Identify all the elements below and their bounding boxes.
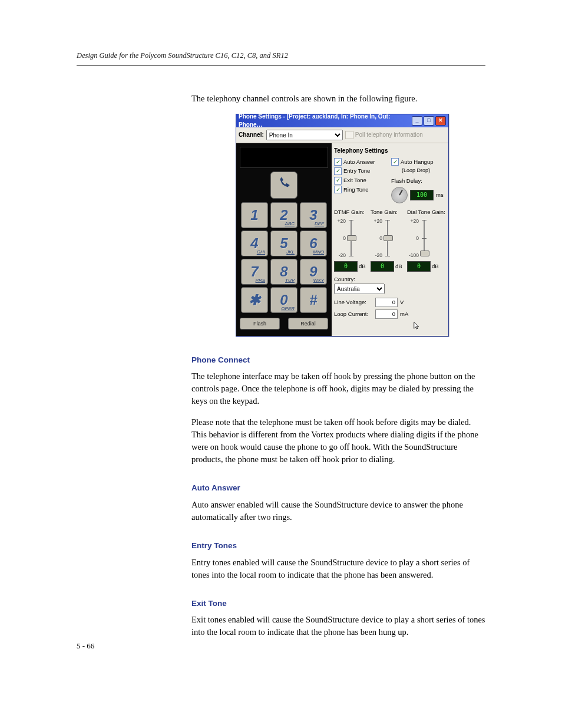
tone-gain-label: Tone Gain: (371, 208, 401, 216)
key-7[interactable]: 7PRS (241, 259, 268, 285)
dial-tone-gain-slider[interactable] (420, 218, 428, 259)
country-select[interactable]: Australia (334, 284, 385, 294)
exit-tone-heading: Exit Tone (191, 598, 485, 610)
loop-drop-label: (Loop Drop) (391, 167, 445, 174)
key-6[interactable]: 6MNO (300, 230, 327, 256)
cursor-icon (334, 321, 445, 332)
key-8[interactable]: 8TUV (270, 259, 297, 285)
country-label: Country: (334, 275, 445, 284)
maximize-button[interactable]: □ (424, 116, 434, 126)
flash-button[interactable]: Flash (240, 318, 280, 330)
phone-connect-p1: The telephone interface may be taken off… (191, 370, 485, 407)
window-titlebar: Phone Settings - [Project: auckland, In:… (236, 114, 448, 127)
toolbar: Channel: Phone In Poll telephony informa… (236, 127, 448, 143)
line-voltage-label: Line Voltage: (334, 298, 373, 307)
exit-tone-label: Exit Tone (343, 176, 366, 185)
key-9[interactable]: 9WXY (300, 259, 327, 285)
telephony-settings-panel: Telephony Settings ✓Auto Answer ✓Entry T… (332, 143, 448, 336)
dial-tone-gain-value: 0 (407, 261, 431, 272)
entry-tone-checkbox[interactable]: ✓ (334, 167, 342, 175)
phone-settings-figure: Phone Settings - [Project: auckland, In:… (236, 114, 485, 337)
poll-checkbox[interactable] (345, 131, 353, 139)
auto-hangup-label: Auto Hangup (401, 158, 433, 166)
key-2[interactable]: 2ABC (270, 202, 297, 228)
minimize-button[interactable]: _ (412, 116, 422, 126)
phone-connect-heading: Phone Connect (191, 354, 485, 366)
poll-label: Poll telephony information (355, 131, 423, 140)
intro-text: The telephony channel controls are shown… (191, 93, 485, 105)
key-0[interactable]: 0OPER (270, 287, 297, 313)
redial-button[interactable]: Redial (288, 318, 328, 330)
dtmf-gain-slider[interactable] (347, 218, 355, 259)
channel-select[interactable]: Phone In (266, 130, 343, 140)
entry-tone-label: Entry Tone (343, 167, 370, 175)
close-button[interactable]: ✕ (435, 116, 446, 126)
auto-answer-p1: Auto answer enabled will cause the Sound… (191, 499, 485, 523)
running-header: Design Guide for the Polycom SoundStruct… (77, 50, 485, 66)
settings-group-title: Telephony Settings (334, 147, 445, 156)
ring-tone-label: Ring Tone (343, 186, 369, 194)
flash-delay-unit: ms (436, 191, 444, 199)
flash-delay-label: Flash Delay: (391, 177, 445, 185)
lcd-display (240, 147, 328, 168)
auto-answer-heading: Auto Answer (191, 482, 485, 494)
phone-icon (276, 177, 292, 193)
tone-gain-value: 0 (371, 261, 394, 272)
exit-tone-checkbox[interactable]: ✓ (334, 177, 342, 185)
entry-tones-p1: Entry tones enabled will cause the Sound… (191, 556, 485, 581)
key-5[interactable]: 5JKL (270, 230, 297, 256)
entry-tones-heading: Entry Tones (191, 540, 485, 552)
phone-connect-p2: Please note that the telephone must be t… (191, 416, 485, 466)
flash-delay-value: 100 (410, 190, 434, 201)
loop-current-value: 0 (375, 309, 398, 319)
keypad-panel: 1 2ABC 3DEF 4GHI 5JKL 6MNO 7PRS 8TUV 9WX… (236, 143, 332, 336)
dtmf-gain-value: 0 (334, 261, 358, 272)
loop-current-unit: mA (400, 310, 408, 318)
key-star[interactable]: ✱ (241, 287, 268, 313)
key-3[interactable]: 3DEF (300, 202, 327, 228)
flash-delay-dial[interactable] (391, 187, 408, 203)
window-title: Phone Settings - [Project: auckland, In:… (239, 113, 412, 130)
key-1[interactable]: 1 (241, 202, 268, 228)
exit-tone-p1: Exit tones enabled will cause the SoundS… (191, 614, 485, 638)
line-voltage-unit: V (400, 298, 404, 307)
hook-button[interactable] (270, 172, 297, 199)
tone-gain-slider[interactable] (384, 218, 392, 259)
auto-answer-label: Auto Answer (343, 158, 375, 166)
dial-tone-gain-label: Dial Tone Gain: (407, 208, 438, 216)
ring-tone-checkbox[interactable]: ✓ (334, 186, 342, 193)
auto-answer-checkbox[interactable]: ✓ (334, 158, 342, 166)
line-voltage-value: 0 (375, 298, 398, 307)
channel-label: Channel: (239, 131, 264, 140)
loop-current-label: Loop Current: (334, 310, 373, 318)
dtmf-gain-label: DTMF Gain: (334, 208, 365, 216)
auto-hangup-checkbox[interactable]: ✓ (391, 158, 399, 166)
key-hash[interactable]: # (300, 287, 327, 313)
page-number: 5 - 66 (77, 641, 94, 652)
key-4[interactable]: 4GHI (241, 230, 268, 256)
